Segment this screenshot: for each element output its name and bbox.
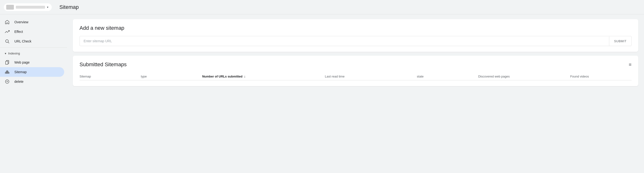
- svg-rect-6: [8, 72, 9, 73]
- layout: Overview Effect URL Check ▾ I: [0, 15, 644, 173]
- property-selector[interactable]: ▾: [4, 3, 52, 11]
- delete-icon: [5, 79, 10, 84]
- col-header-found-videos: Found videos: [570, 75, 632, 78]
- indexing-section-header[interactable]: ▾ Indexing: [0, 49, 67, 58]
- search-icon: [5, 39, 10, 44]
- submitted-sitemaps-title: Submitted Sitemaps: [80, 61, 127, 68]
- svg-point-0: [6, 40, 8, 43]
- submitted-sitemaps-header: Submitted Sitemaps ≡: [80, 61, 632, 68]
- table-header: Sitemap type Number of URLs submitted ↓ …: [80, 72, 632, 80]
- sidebar-item-web-page[interactable]: Web page: [0, 58, 64, 67]
- sidebar-divider: [0, 48, 67, 48]
- trending-up-icon: [5, 29, 10, 34]
- svg-rect-5: [7, 72, 8, 73]
- sidebar-item-effect-label: Effect: [14, 30, 23, 34]
- property-thumb: [6, 5, 14, 10]
- sidebar-item-delete[interactable]: delete: [0, 77, 64, 86]
- col-header-type: type: [141, 75, 202, 78]
- sidebar-item-sitemap-label: Sitemap: [14, 70, 26, 74]
- home-icon: [5, 20, 10, 25]
- main-content: Add a new sitemap SUBMIT Submitted Sitem…: [67, 15, 644, 173]
- svg-rect-4: [5, 72, 6, 73]
- sort-arrow-icon: ↓: [244, 74, 246, 78]
- sidebar-item-url-check-label: URL Check: [14, 39, 31, 43]
- col-header-state: state: [417, 75, 478, 78]
- sidebar-item-overview[interactable]: Overview: [0, 17, 64, 27]
- filter-icon[interactable]: ≡: [629, 62, 632, 67]
- col-header-last-read: Last read time: [325, 75, 417, 78]
- col-header-discovered: Discovered web pages: [478, 75, 570, 78]
- col-header-sitemap: Sitemap: [80, 75, 141, 78]
- indexing-section-label: Indexing: [8, 52, 20, 55]
- topbar: ▾ Sitemap: [0, 0, 644, 15]
- property-name: [16, 6, 45, 9]
- sitemap-icon: [5, 70, 10, 74]
- sidebar-item-overview-label: Overview: [14, 20, 28, 24]
- svg-rect-3: [6, 61, 8, 64]
- add-sitemap-card: Add a new sitemap SUBMIT: [73, 19, 638, 52]
- submitted-sitemaps-card: Submitted Sitemaps ≡ Sitemap type Number…: [73, 56, 638, 86]
- sidebar-item-delete-label: delete: [14, 80, 24, 84]
- svg-rect-7: [7, 71, 8, 72]
- svg-line-1: [8, 42, 9, 43]
- sidebar-item-web-page-label: Web page: [14, 61, 30, 64]
- sitemap-input-row: SUBMIT: [80, 36, 632, 46]
- sidebar-item-sitemap[interactable]: Sitemap: [0, 67, 64, 77]
- selector-arrow-icon: ▾: [47, 6, 48, 9]
- add-sitemap-title: Add a new sitemap: [80, 25, 632, 31]
- sitemap-url-input[interactable]: [80, 36, 609, 46]
- sidebar-item-effect[interactable]: Effect: [0, 27, 64, 37]
- indexing-arrow-icon: ▾: [5, 52, 6, 55]
- page-title: Sitemap: [60, 4, 79, 10]
- submit-button[interactable]: SUBMIT: [609, 37, 631, 46]
- file-copy-icon: [5, 60, 10, 65]
- sidebar-item-url-check[interactable]: URL Check: [0, 37, 64, 46]
- col-header-urls-submitted[interactable]: Number of URLs submitted ↓: [202, 74, 325, 78]
- sidebar: Overview Effect URL Check ▾ I: [0, 15, 67, 173]
